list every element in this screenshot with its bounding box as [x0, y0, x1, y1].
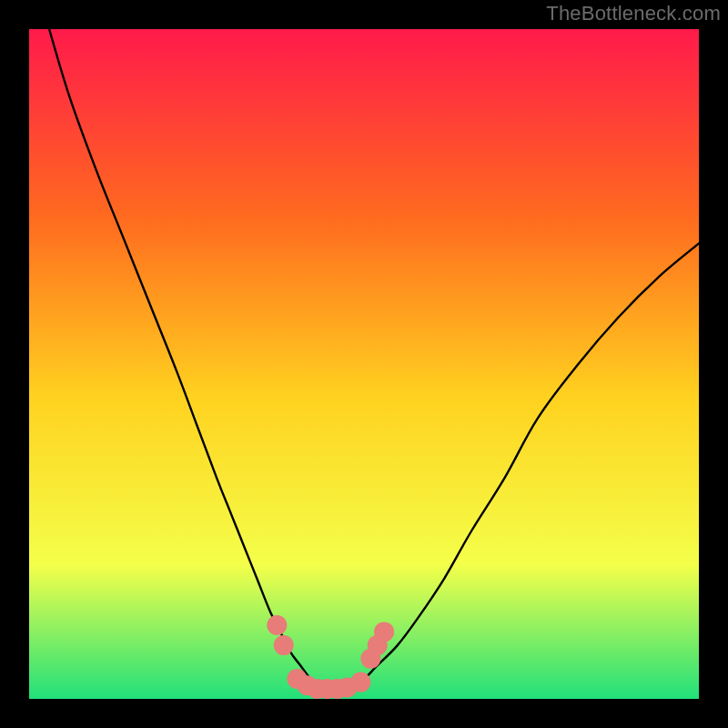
gradient-background — [29, 29, 699, 699]
plot-area — [29, 29, 699, 699]
watermark-text: TheBottleneck.com — [546, 2, 721, 25]
blob-dot — [267, 615, 287, 635]
chart-svg — [29, 29, 699, 699]
blob-dot — [274, 635, 294, 655]
chart-frame: TheBottleneck.com — [0, 0, 728, 728]
blob-dot — [374, 622, 394, 642]
blob-dot — [350, 672, 370, 693]
